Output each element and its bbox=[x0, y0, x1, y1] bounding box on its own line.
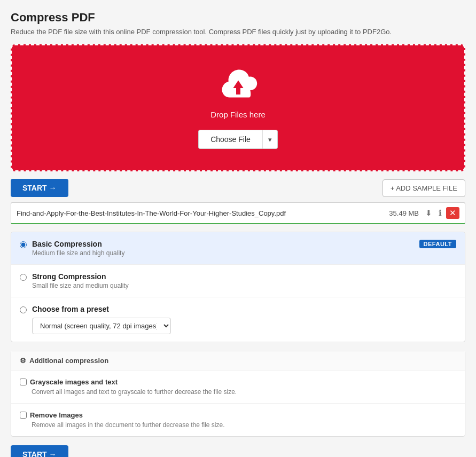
option-preset[interactable]: Choose from a preset Normal (screen qual… bbox=[11, 297, 465, 342]
remove-images-checkbox[interactable] bbox=[20, 412, 27, 419]
choose-file-button[interactable]: Choose File bbox=[198, 130, 262, 149]
gear-icon: ⚙ bbox=[20, 357, 26, 365]
drop-files-text: Drop Files here bbox=[22, 110, 454, 119]
page-title: Compress PDF bbox=[11, 11, 465, 25]
option-preset-radio[interactable] bbox=[20, 306, 27, 313]
file-actions: ⬇ ℹ ✕ bbox=[423, 207, 459, 219]
toolbar: START → + ADD SAMPLE FILE bbox=[11, 179, 465, 197]
option-basic-desc: Medium file size and high quality bbox=[32, 249, 456, 257]
file-remove-icon[interactable]: ✕ bbox=[446, 207, 459, 219]
upload-cloud-icon bbox=[217, 67, 260, 105]
grayscale-label-text: Grayscale images and text bbox=[30, 378, 118, 386]
option-basic-radio[interactable] bbox=[20, 241, 27, 248]
option-basic[interactable]: Basic Compression DEFAULT Medium file si… bbox=[11, 232, 465, 265]
default-badge: DEFAULT bbox=[419, 240, 456, 248]
file-size: 35.49 MB bbox=[389, 209, 419, 217]
page-subtitle: Reduce the PDF file size with this onlin… bbox=[11, 28, 465, 36]
upload-zone[interactable]: Drop Files here Choose File ▾ bbox=[11, 44, 465, 171]
grayscale-checkbox[interactable] bbox=[20, 379, 27, 385]
start-button-bottom[interactable]: START → bbox=[11, 445, 68, 457]
remove-images-item: Remove Images Remove all images in the d… bbox=[11, 404, 465, 436]
additional-compression-section: ⚙ Additional compression Grayscale image… bbox=[11, 351, 465, 437]
choose-file-dropdown-button[interactable]: ▾ bbox=[262, 130, 278, 149]
additional-header: ⚙ Additional compression bbox=[11, 351, 465, 371]
preset-select[interactable]: Normal (screen quality, 72 dpi images) H… bbox=[32, 318, 171, 334]
file-info-icon[interactable]: ℹ bbox=[436, 207, 444, 219]
remove-images-label[interactable]: Remove Images bbox=[20, 411, 456, 419]
option-strong-radio[interactable] bbox=[20, 274, 27, 281]
option-basic-content: Basic Compression DEFAULT Medium file si… bbox=[32, 240, 456, 257]
file-row: Find-and-Apply-For-the-Best-Institutes-I… bbox=[11, 202, 465, 224]
grayscale-item: Grayscale images and text Convert all im… bbox=[11, 371, 465, 404]
remove-images-desc: Remove all images in the document to fur… bbox=[32, 421, 456, 429]
grayscale-desc: Convert all images and text to grayscale… bbox=[32, 388, 456, 396]
grayscale-label[interactable]: Grayscale images and text bbox=[20, 378, 456, 386]
option-preset-content: Choose from a preset Normal (screen qual… bbox=[32, 305, 456, 334]
file-download-icon[interactable]: ⬇ bbox=[423, 207, 434, 219]
option-preset-title: Choose from a preset bbox=[32, 305, 456, 313]
add-sample-button[interactable]: + ADD SAMPLE FILE bbox=[383, 179, 465, 197]
option-strong[interactable]: Strong Compression Small file size and m… bbox=[11, 265, 465, 297]
option-strong-desc: Small file size and medium quality bbox=[32, 282, 456, 289]
compression-options: Basic Compression DEFAULT Medium file si… bbox=[11, 232, 465, 342]
additional-header-text: Additional compression bbox=[29, 357, 108, 365]
option-basic-title: Basic Compression bbox=[32, 240, 102, 248]
bottom-toolbar: START → bbox=[11, 445, 465, 457]
option-strong-title: Strong Compression bbox=[32, 272, 456, 281]
remove-images-label-text: Remove Images bbox=[30, 411, 83, 419]
start-button-top[interactable]: START → bbox=[11, 179, 68, 197]
option-strong-content: Strong Compression Small file size and m… bbox=[32, 272, 456, 289]
file-name: Find-and-Apply-For-the-Best-Institutes-I… bbox=[17, 209, 385, 217]
